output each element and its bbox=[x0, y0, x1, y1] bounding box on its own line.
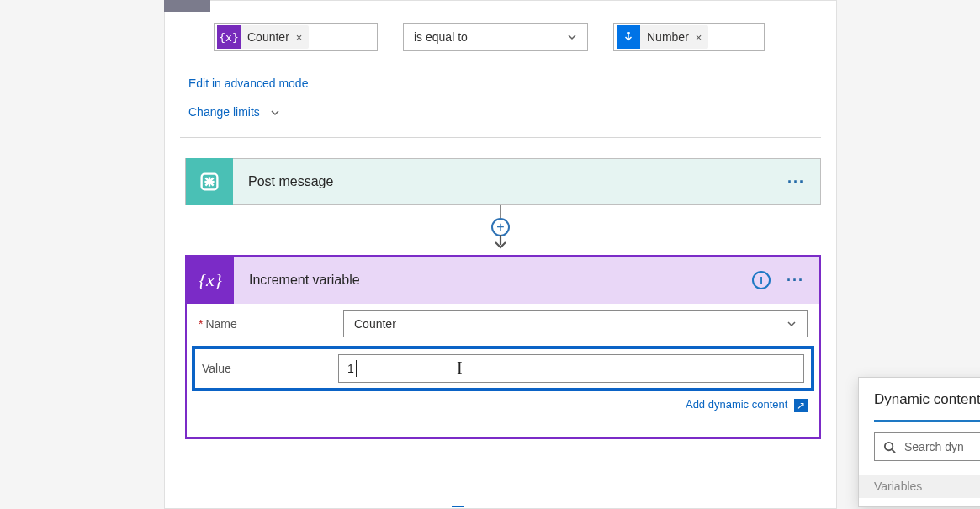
action-card-increment-variable: {x} Increment variable i ··· *Name Count… bbox=[185, 255, 821, 439]
card-more-button[interactable]: ··· bbox=[787, 272, 804, 289]
tab-underline bbox=[874, 420, 980, 422]
dynamic-search-input[interactable]: Search dyn bbox=[874, 432, 980, 461]
add-action-button[interactable]: Add an action bbox=[165, 503, 836, 509]
remove-token-button[interactable]: × bbox=[694, 31, 709, 44]
divider bbox=[180, 137, 821, 138]
chevron-down-icon bbox=[787, 319, 797, 329]
variable-icon: {x} bbox=[217, 25, 241, 49]
number-icon bbox=[617, 25, 640, 49]
card-title: Increment variable bbox=[234, 273, 819, 288]
svg-line-12 bbox=[892, 449, 895, 453]
operator-value: is equal to bbox=[414, 30, 468, 44]
dynamic-content-panel: Dynamic content Search dyn Variables bbox=[858, 377, 980, 507]
name-field-label: *Name bbox=[199, 317, 343, 331]
token-label: Counter bbox=[241, 30, 294, 44]
required-star-icon: * bbox=[199, 317, 203, 331]
condition-left-input[interactable]: {x} Counter × bbox=[214, 23, 378, 51]
value-input-value: 1 bbox=[347, 362, 354, 375]
name-select[interactable]: Counter bbox=[343, 310, 808, 337]
connector: + bbox=[165, 204, 836, 250]
condition-row: {x} Counter × is equal to Number × bbox=[165, 23, 836, 51]
text-cursor-icon: I bbox=[457, 358, 463, 378]
condition-right-input[interactable]: Number × bbox=[613, 23, 765, 51]
add-action-icon bbox=[448, 503, 467, 509]
flow-canvas: {x} Counter × is equal to Number × Edit … bbox=[164, 0, 837, 509]
dynamic-category-variables: Variables bbox=[859, 475, 980, 498]
card-title: Post message bbox=[233, 174, 820, 189]
add-action-label: Add an action bbox=[475, 506, 553, 509]
action-card-post-message[interactable]: Post message ··· bbox=[185, 158, 821, 205]
svg-point-11 bbox=[885, 442, 893, 449]
arrow-down-icon bbox=[493, 235, 508, 250]
info-button[interactable]: i bbox=[752, 271, 771, 289]
token-label: Number bbox=[640, 30, 694, 44]
insert-step-button[interactable]: + bbox=[491, 218, 510, 236]
chevron-down-icon bbox=[567, 32, 577, 42]
change-limits-link[interactable]: Change limits bbox=[188, 105, 260, 119]
token-number[interactable]: Number × bbox=[617, 25, 708, 49]
search-icon bbox=[883, 441, 896, 453]
text-caret-icon bbox=[356, 360, 357, 377]
svg-rect-0 bbox=[627, 32, 630, 34]
add-dynamic-content-link[interactable]: Add dynamic content ↗ bbox=[187, 396, 819, 421]
value-input[interactable]: 1 I bbox=[338, 354, 804, 383]
name-field-row: *Name Counter bbox=[187, 304, 819, 344]
token-counter[interactable]: {x} Counter × bbox=[217, 25, 309, 49]
chevron-down-icon bbox=[270, 108, 280, 118]
remove-token-button[interactable]: × bbox=[294, 31, 310, 44]
card-more-button[interactable]: ··· bbox=[787, 173, 805, 191]
search-placeholder: Search dyn bbox=[904, 440, 964, 453]
value-field-label: Value bbox=[202, 362, 338, 375]
edit-advanced-mode-link[interactable]: Edit in advanced mode bbox=[188, 77, 308, 90]
name-select-value: Counter bbox=[354, 317, 396, 331]
add-dynamic-icon: ↗ bbox=[794, 399, 808, 412]
card-header[interactable]: {x} Increment variable i ··· bbox=[187, 257, 819, 304]
dynamic-content-title: Dynamic content bbox=[874, 391, 980, 408]
variable-icon: {x} bbox=[187, 257, 234, 304]
operator-select[interactable]: is equal to bbox=[403, 23, 588, 51]
slack-icon bbox=[186, 158, 233, 205]
collapsed-connector-stub bbox=[164, 0, 210, 12]
value-field-highlight: Value 1 I bbox=[192, 346, 814, 391]
